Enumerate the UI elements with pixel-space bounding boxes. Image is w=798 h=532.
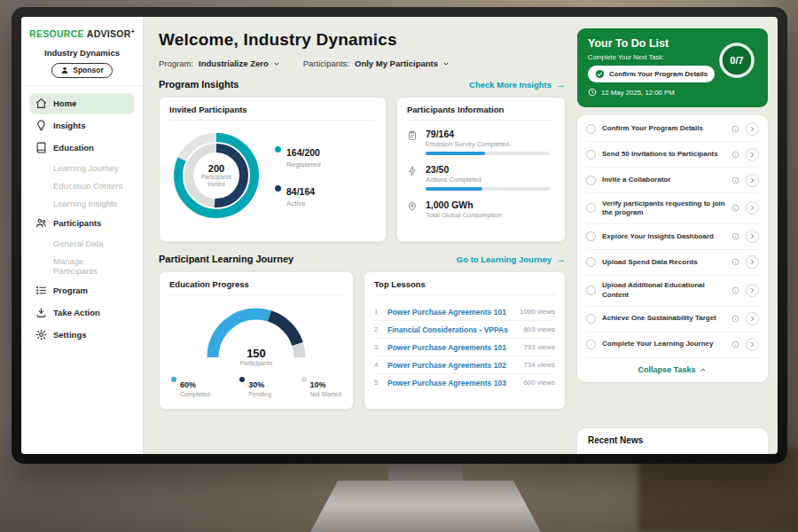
sidebar-item-insights[interactable]: Insights bbox=[29, 115, 135, 137]
task-checkbox[interactable] bbox=[586, 150, 596, 160]
task-checkbox[interactable] bbox=[586, 257, 596, 267]
people-icon bbox=[35, 217, 47, 229]
card-title: Education Progress bbox=[169, 279, 343, 295]
recent-news-header[interactable]: Recent News bbox=[577, 428, 768, 454]
task-row[interactable]: Confirm Your Program Details bbox=[586, 116, 759, 142]
sidebar-nav: Home Insights Education Learn bbox=[29, 93, 135, 346]
sidebar-item-label: Program bbox=[53, 286, 88, 295]
sidebar-item-general-data[interactable]: General Data bbox=[29, 235, 135, 253]
program-filter: Program: Industrialize Zero bbox=[159, 59, 280, 68]
lightbulb-icon bbox=[35, 120, 47, 131]
download-icon bbox=[35, 307, 47, 318]
info-row-actions: 23/50 Actions Completed bbox=[407, 164, 555, 191]
invited-legend: 164/200Registered 84/164Active bbox=[275, 144, 321, 207]
todo-summary-card: Your To Do List Complete Your Next Task:… bbox=[577, 28, 768, 107]
legend-dot bbox=[171, 377, 176, 382]
invited-participants-card: Invited Participants 200 bbox=[159, 97, 387, 242]
program-filter-label: Program: bbox=[159, 59, 193, 68]
check-circle-icon bbox=[595, 69, 605, 79]
collapse-tasks-link[interactable]: Collapse Tasks bbox=[586, 358, 759, 380]
sidebar-item-learning-journey[interactable]: Learning Journey bbox=[29, 160, 135, 177]
sidebar-item-education[interactable]: Education bbox=[29, 137, 135, 159]
sidebar-item-program[interactable]: Program bbox=[29, 280, 135, 301]
sidebar-item-label: Settings bbox=[53, 330, 86, 340]
lesson-link[interactable]: Financial Considerations - VPPAs bbox=[387, 325, 517, 334]
program-dropdown[interactable]: Industrialize Zero bbox=[199, 59, 280, 68]
todo-progress-ring: 0/7 bbox=[716, 40, 757, 81]
logo-resource: RESOURCE bbox=[29, 28, 84, 39]
chevron-right-icon[interactable] bbox=[746, 338, 759, 351]
lesson-link[interactable]: Power Purchase Agreements 103 bbox=[387, 379, 517, 387]
chevron-right-icon[interactable] bbox=[746, 201, 759, 215]
task-row[interactable]: Send 50 Invitations to Participants bbox=[586, 142, 759, 168]
task-row[interactable]: Invite a Collaborator bbox=[586, 168, 759, 193]
task-row[interactable]: Verify participants requesting to join t… bbox=[586, 193, 759, 224]
task-checkbox[interactable] bbox=[586, 124, 596, 134]
chevron-right-icon[interactable] bbox=[746, 230, 759, 243]
logo-advisor: ADVISOR+ bbox=[87, 28, 135, 39]
sidebar-item-participants[interactable]: Participants bbox=[29, 213, 135, 234]
lightning-icon bbox=[407, 166, 419, 191]
progress-bar bbox=[426, 187, 550, 191]
section-title: Program Insights bbox=[159, 79, 239, 90]
info-icon bbox=[732, 315, 739, 323]
sidebar-item-home[interactable]: Home bbox=[29, 93, 135, 114]
progress-bar bbox=[426, 152, 550, 155]
task-row[interactable]: Achieve One Sustainability Target bbox=[586, 307, 759, 332]
arrow-right-icon: → bbox=[556, 254, 566, 264]
next-task-pill[interactable]: Confirm Your Program Details bbox=[588, 66, 715, 82]
chevron-right-icon[interactable] bbox=[746, 255, 759, 269]
info-icon bbox=[732, 176, 739, 184]
gauge-center-label: 150 Participants bbox=[204, 347, 309, 366]
chevron-right-icon[interactable] bbox=[746, 148, 759, 161]
sidebar-item-education-content[interactable]: Education Content bbox=[29, 177, 135, 195]
card-title: Invited Participants bbox=[169, 105, 376, 121]
chevron-right-icon[interactable] bbox=[746, 284, 759, 297]
due-date-row: 12 May 2025, 12:00 PM bbox=[588, 88, 757, 97]
insights-cards-row: Invited Participants 200 bbox=[159, 97, 566, 242]
legend-dot bbox=[275, 185, 281, 192]
task-checkbox[interactable] bbox=[586, 314, 596, 324]
task-row[interactable]: Upload Spend Data Records bbox=[586, 250, 759, 276]
card-title: Participants Information bbox=[407, 105, 555, 121]
sidebar-item-learning-insights[interactable]: Learning Insights bbox=[29, 195, 135, 213]
task-checkbox[interactable] bbox=[586, 286, 596, 295]
section-title: Participant Learning Journey bbox=[159, 254, 293, 264]
sidebar-item-label: Insights bbox=[53, 121, 85, 130]
sidebar-item-take-action[interactable]: Take Action bbox=[29, 302, 135, 324]
clock-icon bbox=[588, 88, 597, 97]
sidebar-item-manage-participants[interactable]: Manage Participants bbox=[29, 253, 135, 280]
legend-item-not-started: 10%Not Started bbox=[301, 375, 341, 397]
chevron-down-icon bbox=[273, 60, 280, 67]
learning-cards-row: Education Progress 150 Participants bbox=[159, 271, 566, 410]
org-name: Industry Dynamics bbox=[29, 48, 135, 58]
learning-journey-header: Participant Learning Journey Go to Learn… bbox=[159, 254, 566, 264]
monitor-bezel: RESOURCE ADVISOR+ Industry Dynamics Spon… bbox=[12, 7, 787, 464]
participants-dropdown[interactable]: Only My Participants bbox=[355, 59, 450, 68]
arrow-right-icon: → bbox=[556, 80, 566, 90]
participants-filter: Participants: Only My Participants bbox=[303, 59, 450, 68]
divider bbox=[21, 85, 143, 86]
lesson-link[interactable]: Power Purchase Agreements 102 bbox=[387, 361, 517, 370]
lesson-link[interactable]: Power Purchase Agreements 101 bbox=[387, 308, 513, 317]
app-screen: RESOURCE ADVISOR+ Industry Dynamics Spon… bbox=[21, 17, 778, 454]
education-legend: 60%Completed 30%Pending 10%Not Started bbox=[169, 375, 343, 397]
chevron-right-icon[interactable] bbox=[746, 174, 759, 187]
task-checkbox[interactable] bbox=[586, 176, 596, 185]
check-more-insights-link[interactable]: Check More Insights → bbox=[469, 80, 566, 90]
chevron-right-icon[interactable] bbox=[746, 312, 759, 325]
task-row[interactable]: Complete Your Learning Journey bbox=[586, 332, 759, 358]
task-row[interactable]: Upload Additional Educational Content bbox=[586, 276, 759, 307]
sidebar-item-settings[interactable]: Settings bbox=[29, 325, 135, 346]
task-row[interactable]: Explore Your Insights Dashboard bbox=[586, 224, 759, 250]
go-to-learning-journey-link[interactable]: Go to Learning Journey → bbox=[457, 254, 566, 264]
task-checkbox[interactable] bbox=[586, 340, 596, 349]
task-checkbox[interactable] bbox=[586, 231, 596, 241]
filter-bar: Program: Industrialize Zero Participants… bbox=[159, 59, 566, 68]
legend-item-active: 84/164Active bbox=[275, 183, 321, 207]
page-title: Welcome, Industry Dynamics bbox=[159, 30, 566, 50]
task-checkbox[interactable] bbox=[586, 203, 596, 213]
lesson-link[interactable]: Power Purchase Agreements 101 bbox=[387, 343, 517, 352]
sponsor-badge[interactable]: Sponsor bbox=[51, 63, 112, 78]
chevron-right-icon[interactable] bbox=[746, 122, 759, 136]
